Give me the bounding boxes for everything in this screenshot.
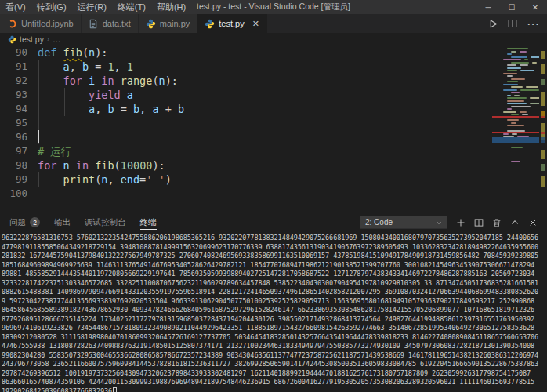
close-panel-icon[interactable]	[528, 218, 538, 227]
panel-tab-label: 问题	[9, 217, 26, 228]
terminal-line: 86458645685589389182743678652930 4093478…	[2, 306, 547, 315]
terminal-line: 9 59723042738777441355693383976920205335…	[2, 297, 547, 307]
terminal-line: 1929026842503960837766832936	[2, 387, 547, 392]
maximize-button[interactable]: ☐	[500, 0, 523, 14]
panel-header: 问题2输出调试控制台终端 2: Code	[0, 212, 547, 232]
line-number: 96	[0, 130, 27, 144]
run-icon[interactable]	[488, 19, 498, 29]
panel-tab-label: 终端	[140, 217, 157, 228]
breadcrumb-separator-icon: ›	[47, 35, 49, 43]
editor-tabs: Untitled.ipynbdata.txtmain.pytest.py✕	[0, 14, 268, 33]
code-line-96[interactable]: 96	[0, 130, 492, 144]
line-content: yield a	[27, 88, 133, 102]
python-icon	[205, 19, 215, 29]
tab-data-txt[interactable]: data.txt	[82, 14, 139, 33]
tab-test-py[interactable]: test.py✕	[197, 14, 268, 33]
python-icon	[146, 19, 156, 29]
terminal-line: 18309212080528 3111581989804070186099320…	[2, 333, 547, 343]
split-terminal-icon[interactable]	[474, 218, 484, 227]
bottom-panel: 问题2输出调试控制台终端 2: Code 963222876581316753 …	[0, 212, 547, 392]
editor-tab-bar: Untitled.ipynbdata.txtmain.pytest.py✕ ⋯	[0, 14, 547, 33]
menu-帮助H[interactable]: 帮助(H)	[151, 0, 191, 14]
code-line-94[interactable]: 94 a, b = b, a + b	[0, 102, 492, 116]
more-actions-icon[interactable]: ⋯	[527, 16, 539, 31]
title-bar: 看(V)转到(G)运行(R)终端(T)帮助(H) test.py - test …	[0, 0, 547, 14]
code-line-90[interactable]: 90def fib(n):	[0, 45, 492, 60]
panel-controls: 2: Code	[360, 216, 547, 229]
terminal-selector-value: 2: Code	[365, 218, 393, 227]
tab-label: data.txt	[103, 19, 131, 28]
line-content: # 运行	[27, 144, 71, 158]
menu-看V[interactable]: 看(V)	[0, 0, 31, 14]
maximize-panel-icon[interactable]	[510, 218, 520, 227]
chevron-down-icon	[436, 220, 442, 226]
code-line-91[interactable]: 91 a, b = 1, 1	[0, 60, 492, 74]
code-line-92[interactable]: 92 for i in range(n):	[0, 74, 492, 88]
panel-tab-label: 输出	[54, 217, 71, 228]
editor-actions: ⋯	[480, 14, 547, 33]
terminal-line: 281832 167244575904137984013222756794978…	[2, 252, 547, 261]
line-number: 91	[0, 60, 27, 74]
menu-转到G[interactable]: 转到(G)	[31, 0, 72, 14]
panel-tab-终端[interactable]: 终端	[140, 212, 157, 232]
terminal-line: 863660165740874359106 424420011530999319…	[2, 378, 547, 387]
breadcrumb[interactable]: test.py › …	[0, 33, 547, 45]
tab-close-icon[interactable]: ✕	[252, 19, 260, 29]
line-content: for i in range(n):	[27, 74, 178, 88]
panel-tab-问题[interactable]: 问题2	[9, 212, 40, 232]
terminal-line: 89881 4855852914443544011972080566922919…	[2, 270, 547, 279]
line-content: a, b = b, a + b	[27, 102, 184, 116]
code-line-98[interactable]: 98for n in fib(10000):	[0, 158, 492, 172]
tab-label: main.py	[160, 19, 190, 28]
line-content	[27, 187, 38, 201]
python-icon	[8, 34, 16, 43]
terminal-line: 297874269396512 100191973732560430947320…	[2, 369, 547, 379]
breadcrumb-file[interactable]: test.py	[20, 34, 44, 44]
panel-tab-调试控制台[interactable]: 调试控制台	[85, 212, 126, 232]
panel-tabs: 问题2输出调试控制台终端	[9, 212, 171, 232]
code-line-95[interactable]: 95	[0, 116, 492, 130]
line-content	[27, 116, 38, 130]
close-button[interactable]: ✕	[523, 0, 547, 14]
tab-label: Untitled.ipynb	[21, 19, 74, 28]
kill-terminal-icon[interactable]	[492, 218, 502, 227]
line-content: print(n, end=' ')	[27, 172, 172, 187]
terminal-selector[interactable]: 2: Code	[360, 216, 447, 229]
minimize-button[interactable]: ─	[476, 0, 500, 14]
terminal-line: 18516849609894969925639 1146311376549146…	[2, 261, 547, 270]
line-number: 100	[0, 187, 27, 201]
menu-终端T[interactable]: 终端(T)	[112, 0, 151, 14]
terminal-line: 969697410619233826 734544867157818093234…	[2, 324, 547, 333]
tab-main-py[interactable]: main.py	[139, 14, 198, 33]
line-number: 98	[0, 158, 27, 172]
problems-badge: 2	[30, 217, 40, 227]
terminal-line: 99082304280 5583507329530046553662808658…	[2, 351, 547, 361]
code-line-93[interactable]: 93 yield a	[0, 88, 492, 102]
code-editor[interactable]: 90def fib(n):91 a, b = 1, 192 for i in r…	[0, 45, 547, 212]
line-content: a, b = 1, 1	[27, 60, 133, 74]
overview-ruler[interactable]	[539, 45, 547, 212]
menu-运行R[interactable]: 运行(R)	[72, 0, 112, 14]
terminal-output[interactable]: 963222876581316753 576021322354247558862…	[0, 232, 547, 392]
code-lines: 90def fib(n):91 a, b = 1, 192 for i in r…	[0, 45, 492, 201]
line-number: 99	[0, 172, 27, 187]
tab-label: test.py	[219, 19, 244, 28]
code-line-99[interactable]: 99 print(n, end=' ')	[0, 172, 492, 187]
panel-tab-输出[interactable]: 输出	[54, 212, 71, 232]
line-number: 97	[0, 144, 27, 158]
new-terminal-icon[interactable]	[456, 218, 465, 227]
split-editor-icon[interactable]	[508, 19, 517, 28]
code-line-100[interactable]: 100	[0, 187, 492, 201]
minimap[interactable]	[492, 45, 539, 212]
terminal-line: 0882615488381 14098697909476691433120355…	[2, 288, 547, 297]
textfile-icon	[89, 19, 99, 29]
code-line-97[interactable]: 97# 运行	[0, 144, 492, 158]
terminal-line: 243796773058 236521166007575960984144537…	[2, 360, 547, 369]
terminal-line: 47467555938 1318087282637409883763219148…	[2, 342, 547, 351]
terminal-cursor	[113, 387, 117, 392]
line-number: 94	[0, 102, 27, 116]
indent-guide	[38, 172, 39, 187]
tab-untitled-ipynb[interactable]: Untitled.ipynb	[0, 14, 82, 33]
line-number: 90	[0, 45, 27, 60]
breadcrumb-more[interactable]: …	[53, 34, 61, 44]
